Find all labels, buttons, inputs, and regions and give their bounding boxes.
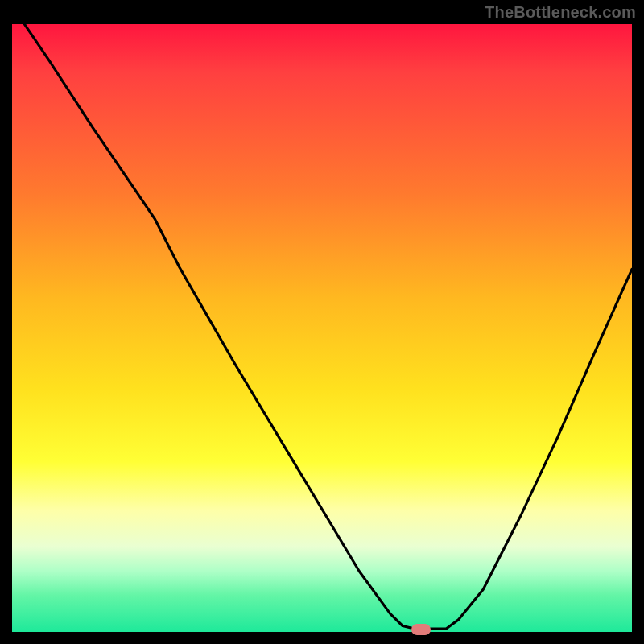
bottleneck-curve <box>12 24 632 632</box>
optimal-marker <box>411 624 431 635</box>
plot-area <box>12 24 632 632</box>
watermark-text: TheBottleneck.com <box>485 3 636 22</box>
chart-frame: TheBottleneck.com <box>0 0 644 644</box>
